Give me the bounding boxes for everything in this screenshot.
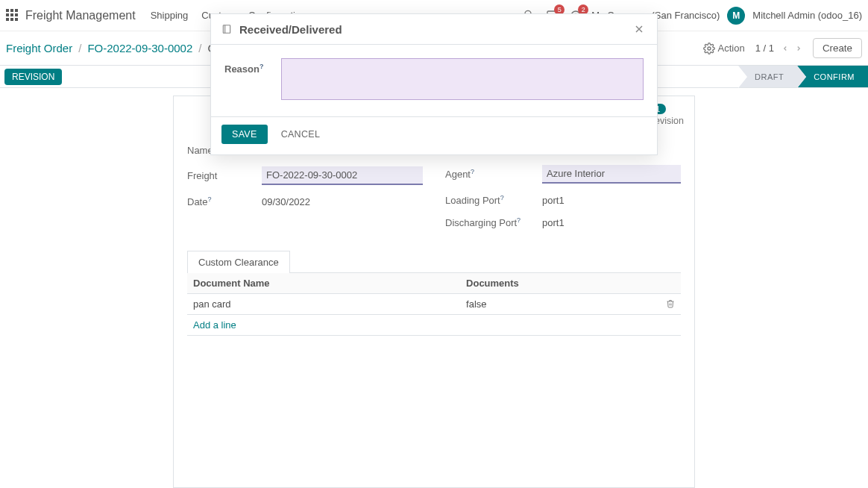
notebook: Custom Clearance Document Name Documents…	[187, 250, 681, 336]
nav-link-shipping[interactable]: Shipping	[151, 10, 189, 21]
user-name[interactable]: Mitchell Admin (odoo_16)	[752, 10, 862, 21]
breadcrumb-root[interactable]: Freight Order	[6, 42, 72, 54]
pager-next[interactable]	[792, 43, 805, 54]
save-button[interactable]: SAVE	[221, 125, 268, 144]
apps-icon[interactable]	[6, 9, 19, 22]
add-line-button[interactable]: Add a line	[193, 319, 236, 331]
breadcrumb-sep-2: /	[198, 42, 201, 54]
loading-port-label: Loading Port?	[445, 194, 535, 206]
status-confirm[interactable]: CONFIRM	[797, 66, 868, 87]
gear-icon[interactable]	[703, 43, 715, 54]
action-menu[interactable]: Action	[718, 43, 745, 54]
discharging-port-label: Discharging Port?	[445, 216, 535, 228]
cell-documents[interactable]: false	[460, 293, 660, 314]
date-label: Date?	[187, 195, 254, 207]
table-row[interactable]: pan card false	[187, 293, 681, 314]
date-value[interactable]: 09/30/2022	[262, 196, 423, 207]
modal-title: Received/Delivered	[239, 23, 342, 36]
discharging-port-value[interactable]: port1	[542, 217, 681, 228]
modal-footer: SAVE CANCEL	[211, 116, 657, 154]
svg-rect-2	[223, 25, 230, 34]
app-brand: Freight Management	[25, 9, 136, 22]
modal-title-icon	[221, 24, 232, 34]
agent-value[interactable]: Azure Interior	[542, 165, 681, 184]
reason-input[interactable]	[281, 58, 644, 100]
tab-custom-clearance[interactable]: Custom Clearance	[187, 251, 290, 273]
pager-prev[interactable]	[779, 43, 792, 54]
revision-button[interactable]: REVISION	[4, 69, 62, 85]
loading-port-value[interactable]: port1	[542, 195, 681, 206]
pager: 1 / 1	[755, 43, 774, 54]
close-icon[interactable]	[632, 22, 647, 37]
avatar[interactable]: M	[727, 7, 745, 25]
freight-label: Freight	[187, 170, 254, 181]
row-delete-icon[interactable]	[660, 293, 681, 314]
breadcrumb-mid[interactable]: FO-2022-09-30-0002	[87, 42, 192, 54]
form-grid: Name? Freight FO-2022-09-30-0002 Date? 0…	[187, 144, 681, 229]
col-document-name[interactable]: Document Name	[187, 272, 460, 293]
agent-label: Agent?	[445, 168, 535, 180]
status-draft[interactable]: DRAFT	[738, 66, 797, 87]
clearance-table: Document Name Documents pan card false	[187, 272, 681, 336]
freight-value[interactable]: FO-2022-09-30-0002	[262, 166, 423, 185]
received-delivered-modal: Received/Delivered Reason? SAVE CANCEL	[210, 13, 658, 155]
svg-point-1	[708, 47, 711, 50]
cancel-button[interactable]: CANCEL	[277, 128, 325, 140]
cell-doc-name[interactable]: pan card	[187, 293, 460, 314]
create-button[interactable]: Create	[813, 38, 862, 58]
modal-body: Reason?	[211, 45, 657, 116]
modal-header: Received/Delivered	[211, 14, 657, 45]
col-documents[interactable]: Documents	[460, 272, 660, 293]
breadcrumb-sep-1: /	[78, 42, 81, 54]
reason-label: Reason?	[224, 58, 263, 75]
